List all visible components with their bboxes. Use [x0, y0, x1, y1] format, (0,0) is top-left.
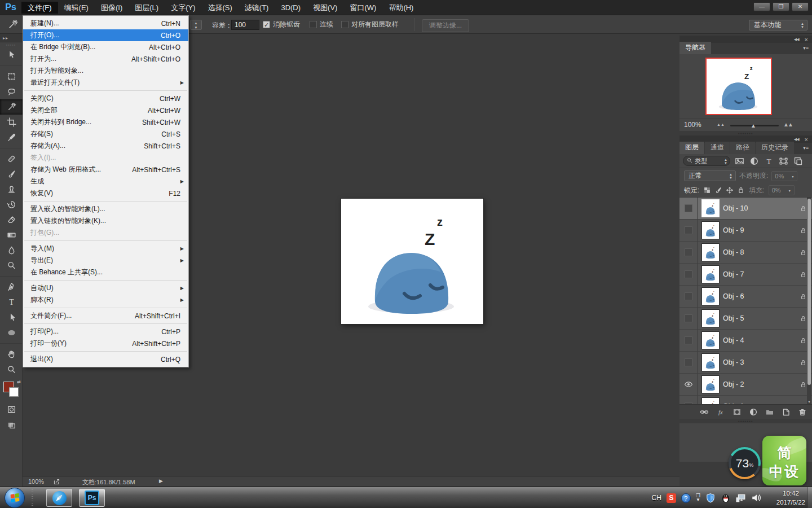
blend-mode-select[interactable]: 正常 ▲▼: [684, 170, 736, 181]
toolbar-collapse-button[interactable]: ▸▸: [0, 34, 22, 42]
layer-thumbnail[interactable]: [702, 376, 719, 393]
tab-navigator[interactable]: 导航器: [679, 42, 711, 54]
fill-value[interactable]: 0% ▼: [769, 185, 795, 195]
language-indicator[interactable]: CH: [652, 494, 661, 502]
layer-thumbnail[interactable]: [702, 288, 719, 305]
visibility-toggle-empty[interactable]: [679, 220, 698, 242]
menubar-item[interactable]: 文件(F): [21, 2, 58, 14]
layer-thumbnail[interactable]: [702, 200, 719, 217]
layer-thumbnail[interactable]: [702, 354, 719, 371]
clone-stamp-tool[interactable]: [0, 182, 23, 197]
new-layer-icon[interactable]: [782, 408, 791, 417]
close-button[interactable]: ✕: [792, 2, 809, 11]
file-menu-item[interactable]: 存储为 Web 所用格式...Alt+Shift+Ctrl+S: [23, 164, 188, 176]
marquee-tool[interactable]: [0, 69, 23, 84]
tab-历史记录[interactable]: 历史记录: [756, 142, 794, 154]
layer-row[interactable]: Obj - 3: [679, 352, 812, 374]
minimize-button[interactable]: —: [753, 2, 770, 11]
navigator-zoom-value[interactable]: 100%: [684, 121, 701, 129]
layer-name[interactable]: Obj - 2: [723, 380, 794, 388]
zoom-slider-thumb[interactable]: ▲: [751, 122, 756, 129]
eyedropper-tool[interactable]: [0, 130, 23, 145]
lock-all-icon[interactable]: [737, 186, 745, 194]
panel-resize-grip[interactable]: ▪▪▪▪▪▪▪: [679, 131, 812, 135]
layer-row[interactable]: Obj - 10: [679, 198, 812, 220]
filter-type-icon[interactable]: T: [764, 156, 774, 166]
visibility-toggle-empty[interactable]: [679, 308, 698, 330]
type-tool[interactable]: T: [0, 295, 23, 310]
unchecked-checkbox-icon[interactable]: [341, 21, 348, 28]
layer-name[interactable]: Obj - 5: [723, 314, 794, 322]
layer-name[interactable]: Obj - 4: [723, 336, 794, 344]
file-menu-item[interactable]: 自动(U)▶: [23, 282, 188, 294]
filter-shape-icon[interactable]: [779, 156, 788, 166]
visibility-toggle-empty[interactable]: [679, 330, 698, 352]
zoom-in-icon[interactable]: ▲▲: [783, 121, 792, 128]
hand-tool[interactable]: [0, 347, 23, 362]
file-menu-item[interactable]: 新建(N)...Ctrl+N: [23, 17, 188, 29]
file-menu-item[interactable]: 退出(X)Ctrl+Q: [23, 353, 188, 365]
close-panel-icon[interactable]: ×: [805, 37, 808, 42]
file-menu-item[interactable]: 打开为智能对象...: [23, 65, 188, 77]
tab-图层[interactable]: 图层: [679, 142, 704, 154]
layer-thumbnail[interactable]: [702, 332, 719, 349]
layer-row[interactable]: Obj - 8: [679, 242, 812, 264]
layer-row[interactable]: Obj - 7: [679, 264, 812, 286]
layer-row[interactable]: Obj - 6: [679, 286, 812, 308]
menubar-item[interactable]: 滤镜(T): [239, 2, 275, 14]
layer-name[interactable]: Obj - 10: [723, 204, 794, 212]
eraser-tool[interactable]: [0, 212, 23, 227]
menubar-item[interactable]: 选择(S): [201, 2, 238, 14]
file-menu-item[interactable]: 导出(E)▶: [23, 255, 188, 266]
file-menu-item[interactable]: 打开(O)...Ctrl+O: [23, 29, 188, 41]
healing-brush-tool[interactable]: [0, 151, 23, 167]
layer-thumbnail[interactable]: [702, 398, 719, 404]
workspace-switcher[interactable]: 基本功能 ▲▼: [749, 20, 807, 30]
option-checkbox[interactable]: 连续: [310, 20, 333, 29]
option-checkbox[interactable]: 对所有图层取样: [341, 20, 399, 29]
zoom-out-icon[interactable]: ▲▲: [717, 122, 725, 126]
file-menu-item[interactable]: 打印一份(Y)Alt+Shift+Ctrl+P: [23, 338, 188, 349]
toolbar-grip[interactable]: ▪▪▪▪▪: [0, 42, 22, 47]
visibility-toggle-empty[interactable]: [679, 286, 698, 308]
option-checkbox[interactable]: ✓消除锯齿: [263, 20, 300, 29]
file-menu-item[interactable]: 关闭(C)Ctrl+W: [23, 93, 188, 104]
visibility-toggle-empty[interactable]: [679, 396, 698, 405]
panel-menu-icon[interactable]: ▾≡: [803, 45, 809, 51]
volume-icon[interactable]: [751, 493, 761, 503]
start-button[interactable]: [5, 488, 25, 508]
file-menu-item[interactable]: 导入(M)▶: [23, 243, 188, 255]
menubar-item[interactable]: 视图(V): [307, 2, 343, 14]
visibility-eye-icon[interactable]: [679, 374, 698, 396]
move-tool[interactable]: [0, 47, 23, 63]
tab-通道[interactable]: 通道: [705, 142, 730, 154]
layer-row[interactable]: Obj - 5: [679, 308, 812, 330]
zoom-tool[interactable]: [0, 362, 23, 377]
help-tray-icon[interactable]: ?: [681, 493, 691, 503]
file-menu-item[interactable]: 在 Bridge 中浏览(B)...Alt+Ctrl+O: [23, 41, 188, 53]
status-menu-arrow-icon[interactable]: ▶: [159, 478, 163, 484]
network-icon[interactable]: [736, 493, 746, 503]
filter-smart-icon[interactable]: [793, 156, 803, 166]
layer-row[interactable]: Obj - 2: [679, 374, 812, 396]
delete-layer-icon[interactable]: [798, 408, 807, 417]
show-hidden-icons[interactable]: ❐▼: [696, 493, 700, 502]
panel-menu-icon[interactable]: ▾≡: [803, 145, 809, 151]
menubar-item[interactable]: 图像(I): [95, 2, 129, 14]
taskbar-clock[interactable]: 10:42 2017/5/22: [776, 489, 805, 507]
layer-thumbnail[interactable]: [702, 266, 719, 283]
menubar-item[interactable]: 图层(L): [129, 2, 165, 14]
lock-move-icon[interactable]: [726, 186, 734, 194]
screen-mode-button[interactable]: [0, 417, 23, 432]
history-brush-tool[interactable]: [0, 197, 23, 212]
file-menu-item[interactable]: 脚本(R)▶: [23, 294, 188, 306]
file-menu-item[interactable]: 关闭全部Alt+Ctrl+W: [23, 104, 188, 116]
close-panel-icon[interactable]: ×: [805, 137, 808, 142]
lasso-tool[interactable]: [0, 84, 23, 99]
lock-paint-icon[interactable]: [714, 186, 722, 194]
layer-thumbnail[interactable]: [702, 310, 719, 327]
restore-button[interactable]: ❐: [773, 2, 789, 11]
menubar-item[interactable]: 文字(Y): [165, 2, 201, 14]
swap-colors-icon[interactable]: ⇄: [17, 379, 21, 384]
layer-filter-type-select[interactable]: 类型 ▲▼: [683, 156, 730, 166]
